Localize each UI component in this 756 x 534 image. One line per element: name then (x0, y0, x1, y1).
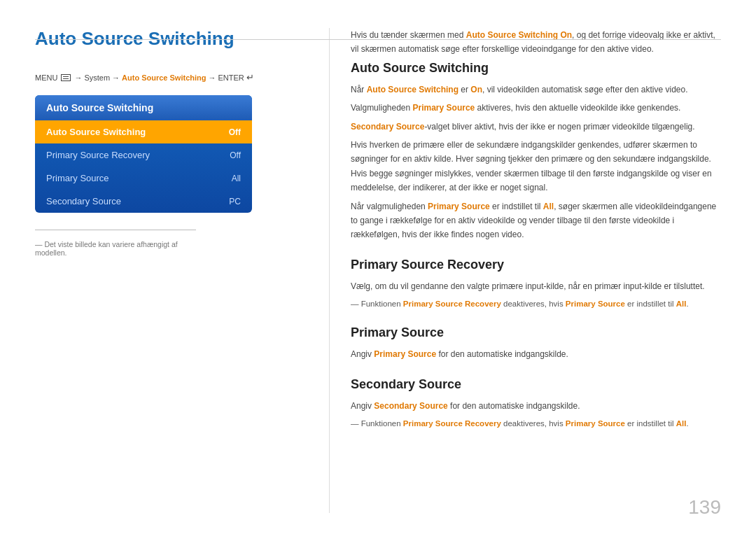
menu-item-auto-source[interactable]: Auto Source Switching Off (35, 120, 252, 143)
arrow2: → (112, 73, 120, 82)
top-divider (35, 39, 721, 40)
auto-para-4: Hvis hverken de primære eller de sekundæ… (351, 138, 721, 195)
section-title-secondary: Secondary Source (351, 377, 721, 392)
recovery-para-1: Vælg, om du vil gendanne den valgte prim… (351, 279, 721, 293)
h8: Primary Source (566, 300, 625, 308)
left-footnote: — Det viste billede kan variere afhængig… (35, 230, 196, 257)
h2: On (470, 85, 482, 94)
menu-item-primary-recovery[interactable]: Primary Source Recovery Off (35, 143, 252, 167)
auto-source-label: Auto Source Switching (122, 73, 206, 82)
h5: Primary Source (428, 202, 490, 211)
menu-item-value-1: Off (230, 150, 241, 160)
menu-box: Auto Source Switching Auto Source Switch… (35, 95, 252, 213)
recovery-note-1: Funktionen Primary Source Recovery deakt… (351, 297, 721, 310)
auto-para-1: Når Auto Source Switching er On, vil vid… (351, 83, 721, 97)
section-title-auto: Auto Source Switching (351, 61, 721, 76)
secondary-note-1: Funktionen Primary Source Recovery deakt… (351, 417, 721, 430)
h12: Primary Source Recovery (403, 419, 501, 428)
footnote-text: — Det viste billede kan variere afhængig… (35, 240, 196, 257)
menu-item-label-1: Primary Source Recovery (46, 150, 150, 160)
h4: Secondary Source (351, 122, 424, 132)
section-title-recovery: Primary Source Recovery (351, 258, 721, 272)
enter-icon: ↵ (246, 72, 254, 83)
menu-item-secondary-source[interactable]: Secondary Source PC (35, 190, 252, 213)
menu-path: MENU → System → Auto Source Switching → … (35, 72, 301, 83)
h6: All (543, 202, 554, 211)
right-column: Hvis du tænder skærmen med Auto Source S… (329, 28, 721, 513)
menu-item-label-0: Auto Source Switching (46, 127, 146, 137)
menu-item-value-0: Off (229, 127, 241, 137)
secondary-para-1: Angiv Secondary Source for den automatis… (351, 399, 721, 413)
menu-icon (61, 74, 71, 81)
h3: Primary Source (413, 103, 475, 113)
auto-para-5: Når valgmuligheden Primary Source er ind… (351, 199, 721, 242)
menu-box-header: Auto Source Switching (35, 95, 252, 120)
menu-item-primary-source[interactable]: Primary Source All (35, 167, 252, 190)
intro-highlight: Auto Source Switching On (466, 30, 572, 40)
primary-para-1: Angiv Primary Source for den automatiske… (351, 347, 721, 361)
menu-item-value-3: PC (229, 197, 241, 206)
h1: Auto Source Switching (367, 85, 458, 94)
intro-text: Hvis du tænder skærmen med Auto Source S… (351, 28, 721, 57)
menu-label: MENU (35, 73, 57, 82)
arrow1: → (74, 73, 82, 82)
page-number: 139 (688, 496, 721, 519)
h9: All (676, 300, 687, 308)
h13: Primary Source (566, 419, 625, 428)
section-title-primary: Primary Source (351, 325, 721, 340)
section-primary-source-recovery: Primary Source Recovery Vælg, om du vil … (351, 258, 721, 311)
h10: Primary Source (374, 349, 436, 359)
auto-para-2: Valgmuligheden Primary Source aktiveres,… (351, 101, 721, 115)
section-secondary-source: Secondary Source Angiv Secondary Source … (351, 377, 721, 430)
auto-para-3: Secondary Source-valget bliver aktivt, h… (351, 120, 721, 134)
h11: Secondary Source (374, 401, 447, 411)
arrow3: → (208, 73, 216, 82)
menu-item-value-2: All (232, 174, 241, 183)
menu-item-label-2: Primary Source (46, 173, 109, 183)
page-title: Auto Source Switching (35, 28, 301, 55)
section-auto-source-switching: Auto Source Switching Når Auto Source Sw… (351, 61, 721, 242)
h7: Primary Source Recovery (403, 300, 501, 308)
section-primary-source: Primary Source Angiv Primary Source for … (351, 325, 721, 361)
system-label: System (84, 73, 110, 82)
menu-item-label-3: Secondary Source (46, 196, 121, 206)
enter-label: ENTER (218, 73, 244, 82)
h14: All (676, 419, 687, 428)
left-column: Auto Source Switching MENU → System → Au… (35, 28, 329, 513)
